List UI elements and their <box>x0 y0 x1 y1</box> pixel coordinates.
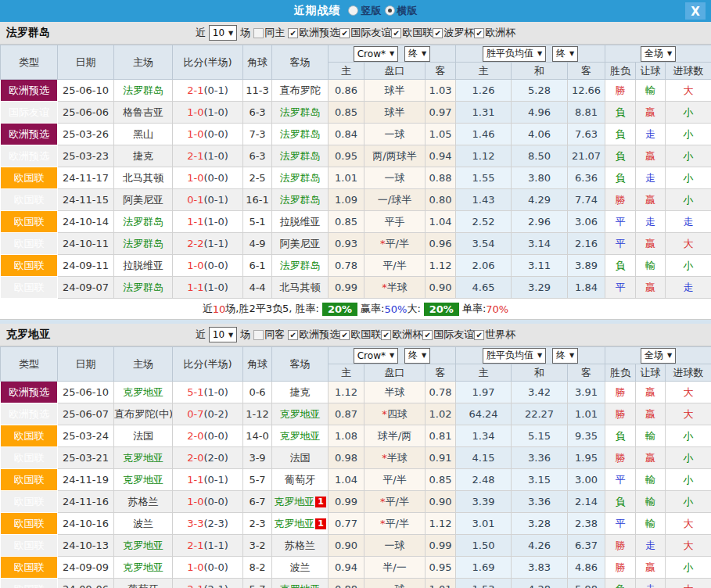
avg-home: 4.65 <box>456 277 512 299</box>
league-badge: 欧洲预选 <box>1 382 58 403</box>
team-label: 克罗地亚 <box>280 583 321 588</box>
provider-select[interactable]: Crow*▼ <box>354 46 398 62</box>
recent-count-select[interactable]: 10▼ <box>209 327 237 342</box>
col-score: 比分(半场) <box>173 347 243 382</box>
avg-away: 3.91 <box>568 382 605 403</box>
league-badge: 欧国联 <box>1 277 58 299</box>
panel-title: 近期战绩 <box>293 4 340 18</box>
same-venue-checkbox[interactable]: 同主 <box>253 26 285 40</box>
halftime-score: (1-0) <box>203 386 228 398</box>
avg-away: 3.00 <box>568 469 605 491</box>
away-team: 拉脱维亚 <box>272 211 329 233</box>
handicap-star: * <box>382 452 387 464</box>
result-goals: 小 <box>666 447 711 469</box>
avg-home: 1.69 <box>456 557 512 579</box>
league-filter-checkbox[interactable]: ✔欧洲预选 <box>288 328 339 342</box>
match-row: 欧国联25-03-24法国2-0(0-0)14-0克罗地亚1.08球半/两0.8… <box>1 425 711 447</box>
result-handicap: 贏 <box>636 145 666 167</box>
league-filter-checkbox[interactable]: ✔欧洲杯 <box>381 328 422 342</box>
match-date: 25-03-24 <box>58 425 114 447</box>
avg-home: 1.34 <box>456 425 512 447</box>
team-label: 葡萄牙 <box>285 474 315 486</box>
league-filter-checkbox[interactable]: ✔国际友谊 <box>422 328 474 342</box>
col-odds-home: 主 <box>329 63 364 80</box>
col-corners: 角球 <box>243 347 272 382</box>
league-filter-checkbox[interactable]: ✔欧洲杯 <box>474 26 515 40</box>
league-filter-checkbox[interactable]: ✔欧洲预选 <box>288 26 339 40</box>
odds-home: 0.90 <box>329 535 364 557</box>
corners: 5-7 <box>243 469 272 491</box>
league-filter-checkbox[interactable]: ✔世界杯 <box>474 328 515 342</box>
team-section-faroe: 法罗群岛 近 10▼ 场 同主 ✔欧洲预选✔国际友谊✔欧国联✔波罗杯✔欧洲杯 类… <box>0 22 711 320</box>
final-select[interactable]: 终▼ <box>552 348 578 364</box>
odds-away: 0.97 <box>426 102 456 124</box>
team-label: 克罗地亚 <box>274 496 314 507</box>
same-venue-checkbox[interactable]: 同客 <box>253 328 285 342</box>
avg-home: 2.06 <box>456 255 512 277</box>
avg-away: 21.07 <box>568 145 605 167</box>
odds-home: 0.84 <box>329 124 364 145</box>
summary-text: 大: <box>407 302 420 316</box>
odds-home: 0.77 <box>329 513 364 535</box>
league-filter-label: 欧国联 <box>350 328 381 342</box>
league-filter-label: 欧洲预选 <box>299 328 339 342</box>
avg-select[interactable]: 胜平负均值▼ <box>483 348 546 364</box>
result-wdl: 勝 <box>605 557 636 579</box>
league-badge: 欧国联 <box>1 557 58 579</box>
col-away: 客场 <box>272 347 329 382</box>
match-date: 24-10-16 <box>58 513 114 535</box>
match-date: 25-06-07 <box>58 403 114 425</box>
final-select[interactable]: 终▼ <box>552 46 578 62</box>
final-select[interactable]: 终▼ <box>404 348 430 364</box>
score: 2-1(1-1) <box>173 535 243 557</box>
handicap-star: * <box>382 408 387 420</box>
recent-count-select[interactable]: 10▼ <box>209 25 237 41</box>
score: 2-1(1-0) <box>173 145 243 167</box>
col-date: 日期 <box>58 347 114 382</box>
team-label: 波兰 <box>133 518 153 529</box>
recent-label: 近 <box>196 26 206 40</box>
odds-home: 1.09 <box>329 189 364 211</box>
corners: 2-3 <box>243 513 272 535</box>
league-filter-checkbox[interactable]: ✔欧国联 <box>339 328 381 342</box>
scope-select[interactable]: 全场▼ <box>641 46 676 62</box>
result-wdl: 勝 <box>605 80 636 102</box>
odds-away: 1.01 <box>426 579 456 588</box>
scope-select[interactable]: 全场▼ <box>641 348 676 364</box>
avg-home: 3.54 <box>456 233 512 255</box>
result-goals: 小 <box>666 145 711 167</box>
league-filter-checkbox[interactable]: ✔欧国联 <box>391 26 433 40</box>
close-button[interactable]: X <box>685 2 706 20</box>
match-row: 欧国联24-09-06葡萄牙2-1(2-1)5-7克罗地亚0.88一球1.011… <box>1 579 711 588</box>
provider-select[interactable]: Crow*▼ <box>354 348 398 364</box>
result-handicap: 贏 <box>636 382 666 403</box>
home-team: 克罗地亚 <box>114 557 173 579</box>
team-label: 克罗地亚 <box>280 408 321 420</box>
score: 1-1(1-0) <box>173 277 243 299</box>
col-odds-away: 客 <box>426 364 456 382</box>
fulltime-score: 1-1 <box>187 281 203 293</box>
match-date: 25-06-10 <box>58 382 114 403</box>
away-team: 克罗地亚 <box>272 579 329 588</box>
final-select[interactable]: 终▼ <box>404 46 430 62</box>
match-row: 欧国联24-10-14法罗群岛1-1(1-0)5-1拉脱维亚0.85平手1.04… <box>1 211 711 233</box>
match-date: 24-11-16 <box>58 491 114 513</box>
avg-away: 4.86 <box>568 557 605 579</box>
home-team: 克罗地亚 <box>114 469 173 491</box>
layout-radio[interactable]: 竖版 <box>348 4 381 18</box>
avg-select[interactable]: 胜平负均值▼ <box>483 46 546 62</box>
team-label: 直布罗陀 <box>280 84 321 96</box>
league-filter-checkbox[interactable]: ✔国际友谊 <box>339 26 391 40</box>
result-wdl: 負 <box>605 425 636 447</box>
layout-radio[interactable]: 横版 <box>385 4 418 18</box>
corners: 6-1 <box>243 255 272 277</box>
summary-rate-badge: 20% <box>322 303 357 316</box>
col-type: 类型 <box>1 347 58 382</box>
league-filter-checkbox[interactable]: ✔波罗杯 <box>433 26 474 40</box>
away-team: 苏格兰 <box>272 535 329 557</box>
handicap-star: * <box>380 496 386 507</box>
home-team: 法罗群岛 <box>114 80 173 102</box>
match-date: 25-03-26 <box>58 124 114 145</box>
team-label: 直布罗陀(中) <box>114 408 173 420</box>
chevron-down-icon: ▼ <box>667 352 672 359</box>
